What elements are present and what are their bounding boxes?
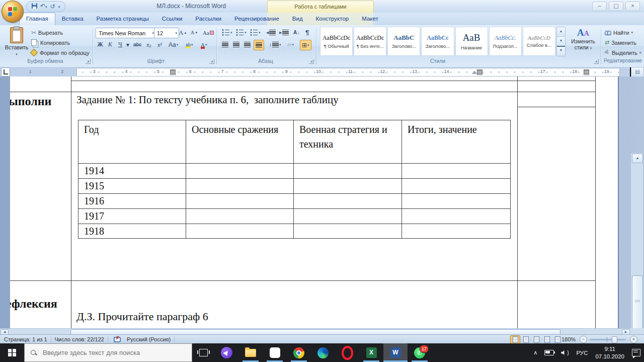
change-case-button[interactable]: Aa▾: [167, 40, 180, 49]
style-item-title[interactable]: АаВНазвание: [455, 27, 488, 56]
table-empty-cell[interactable]: [402, 179, 511, 194]
horizontal-ruler[interactable]: 123456789101112131415171819: [0, 67, 630, 77]
table-empty-cell[interactable]: [294, 194, 402, 209]
table-empty-cell[interactable]: [402, 224, 511, 239]
document-page[interactable]: ыполни Задание № 1: По тексту учебника п…: [10, 77, 619, 328]
tab-Макет[interactable]: Макет: [355, 13, 385, 25]
font-name-combo[interactable]: Times New Roman ▾: [96, 28, 156, 38]
table-empty-cell[interactable]: [186, 164, 294, 179]
table-empty-cell[interactable]: [294, 179, 402, 194]
zoom-out-button[interactable]: −: [580, 336, 587, 343]
table-header-cell[interactable]: Итоги, значение: [402, 120, 511, 164]
change-styles-button[interactable]: АА Изменить стили ▾: [568, 27, 599, 56]
taskbar-excel-button[interactable]: [359, 343, 383, 362]
strikethrough-button[interactable]: abc: [132, 40, 143, 49]
table-year-cell[interactable]: 1917: [78, 209, 186, 224]
table-year-cell[interactable]: 1916: [78, 194, 186, 209]
table-empty-cell[interactable]: [186, 209, 294, 224]
multilevel-list-button[interactable]: ▾: [249, 28, 262, 37]
draft-view-button[interactable]: [552, 335, 562, 344]
task-view-button[interactable]: [192, 343, 214, 362]
table-empty-cell[interactable]: [294, 209, 402, 224]
superscript-button[interactable]: x²: [156, 40, 164, 49]
justify-button[interactable]: [254, 40, 264, 50]
ruler-toggle-button[interactable]: ▤: [631, 67, 644, 78]
font-dialog-launcher[interactable]: [209, 59, 214, 64]
table-year-cell[interactable]: 1918: [78, 224, 186, 239]
battery-indicator[interactable]: [541, 343, 557, 362]
underline-button[interactable]: Ч: [117, 40, 124, 49]
grow-font-button[interactable]: А▲: [177, 28, 188, 37]
styles-gallery-down-button[interactable]: ▼: [556, 36, 566, 46]
bullets-button[interactable]: ▾: [220, 28, 234, 37]
underline-dropdown-icon[interactable]: ▾: [125, 40, 131, 49]
table-empty-cell[interactable]: [186, 179, 294, 194]
taskbar-word-button[interactable]: [383, 343, 408, 362]
qat-customize-button[interactable]: ▾: [58, 2, 60, 12]
right-indent-marker[interactable]: [472, 70, 477, 74]
table-column-marker[interactable]: [477, 69, 482, 75]
shrink-font-button[interactable]: А▼: [189, 28, 199, 37]
copy-button[interactable]: Копировать: [31, 38, 70, 47]
undo-button[interactable]: ↶▾: [40, 2, 47, 12]
action-center-button[interactable]: [628, 343, 644, 362]
bold-button[interactable]: Ж: [96, 40, 105, 49]
style-item-heading2[interactable]: AaBbCcЗаголово...: [421, 27, 454, 56]
tab-Рассылки[interactable]: Рассылки: [189, 13, 228, 25]
text-highlight-button[interactable]: ab▾: [184, 40, 195, 49]
sort-button[interactable]: А↓: [292, 28, 301, 37]
table-year-cell[interactable]: 1915: [78, 179, 186, 194]
fullscreen-reading-view-button[interactable]: [521, 335, 531, 344]
taskbar-edge-button[interactable]: [311, 343, 335, 362]
print-layout-view-button[interactable]: [510, 335, 520, 344]
paste-dropdown-icon[interactable]: ▾: [16, 52, 18, 56]
font-size-combo[interactable]: 12 ▾: [154, 28, 179, 38]
tray-expand-button[interactable]: ∧: [530, 343, 541, 362]
tab-Рецензирование[interactable]: Рецензирование: [228, 13, 286, 25]
styles-gallery-up-button[interactable]: ▲: [556, 27, 566, 37]
minimize-button[interactable]: –: [592, 2, 607, 11]
styles-gallery-more-button[interactable]: ▼: [556, 46, 566, 56]
table-empty-cell[interactable]: [294, 224, 402, 239]
borders-button[interactable]: ⊞▾: [300, 40, 311, 50]
line-spacing-button[interactable]: ↕▾: [268, 40, 283, 49]
maximize-button[interactable]: ▢: [609, 2, 623, 11]
zoom-level[interactable]: 180%: [561, 336, 576, 342]
language-switcher[interactable]: РУС: [573, 343, 591, 362]
scroll-up-button[interactable]: ▲: [632, 154, 643, 163]
table-empty-cell[interactable]: [294, 164, 402, 179]
tab-Конструктор[interactable]: Конструктор: [309, 13, 356, 25]
spellcheck-icon[interactable]: ✗: [114, 337, 121, 342]
table-header-cell[interactable]: Военная стратегия и техника: [294, 120, 402, 164]
table-column-marker[interactable]: [170, 69, 176, 75]
clipboard-dialog-launcher[interactable]: [86, 59, 91, 64]
table-empty-cell[interactable]: [186, 224, 294, 239]
paragraph-dialog-launcher[interactable]: [309, 59, 314, 64]
taskbar-explorer-button[interactable]: [238, 343, 263, 362]
tab-Ссылки[interactable]: Ссылки: [155, 13, 189, 25]
style-item-heading1[interactable]: AaBbCЗаголово...: [387, 27, 420, 56]
table-empty-cell[interactable]: [402, 164, 511, 179]
redo-button[interactable]: ↺: [50, 2, 55, 11]
align-right-button[interactable]: [243, 40, 252, 49]
decrease-indent-button[interactable]: ◀: [265, 28, 277, 37]
subscript-button[interactable]: x₂: [145, 40, 153, 49]
table-empty-cell[interactable]: [186, 194, 294, 209]
language-indicator[interactable]: Русский (Россия): [127, 336, 171, 342]
close-button[interactable]: ×: [625, 2, 640, 11]
style-item-normal[interactable]: AaBbCcDc¶ Обычный: [320, 27, 353, 56]
paste-button[interactable]: Вставить ▾: [4, 27, 29, 56]
tab-Главная[interactable]: Главная: [19, 13, 55, 25]
start-button[interactable]: [0, 343, 24, 362]
zoom-slider-track[interactable]: [590, 339, 626, 340]
taskbar-alice-button[interactable]: [214, 343, 238, 362]
tab-Разметка страницы[interactable]: Разметка страницы: [90, 13, 155, 25]
select-button[interactable]: Выделить ▾: [605, 48, 641, 57]
vertical-scroll-thumb[interactable]: [632, 275, 643, 329]
office-button[interactable]: [2, 1, 24, 23]
taskbar-whatsapp-button[interactable]: 17: [408, 343, 432, 362]
increase-indent-button[interactable]: ▶: [278, 28, 290, 37]
style-item-subtle[interactable]: AaBbCcDСлабое в...: [523, 27, 555, 56]
taskbar-opera-button[interactable]: [335, 343, 359, 362]
zoom-in-button[interactable]: +: [630, 336, 637, 343]
